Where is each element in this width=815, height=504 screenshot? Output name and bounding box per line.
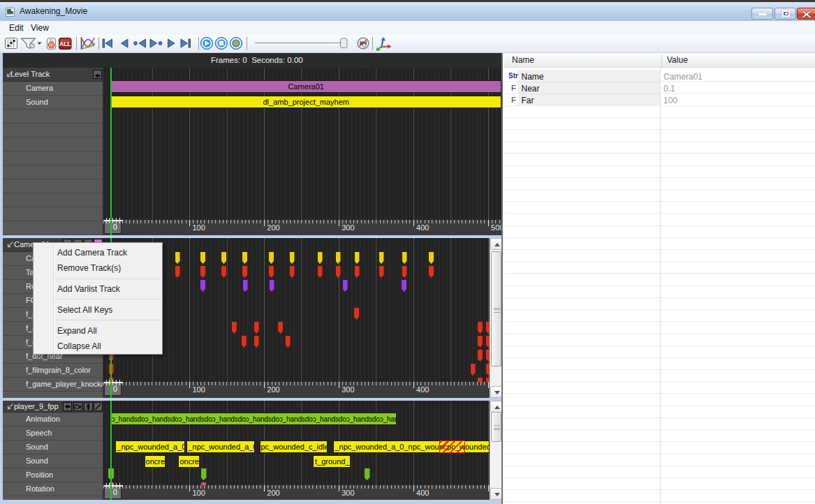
- svg-text:ALL: ALL: [59, 40, 71, 47]
